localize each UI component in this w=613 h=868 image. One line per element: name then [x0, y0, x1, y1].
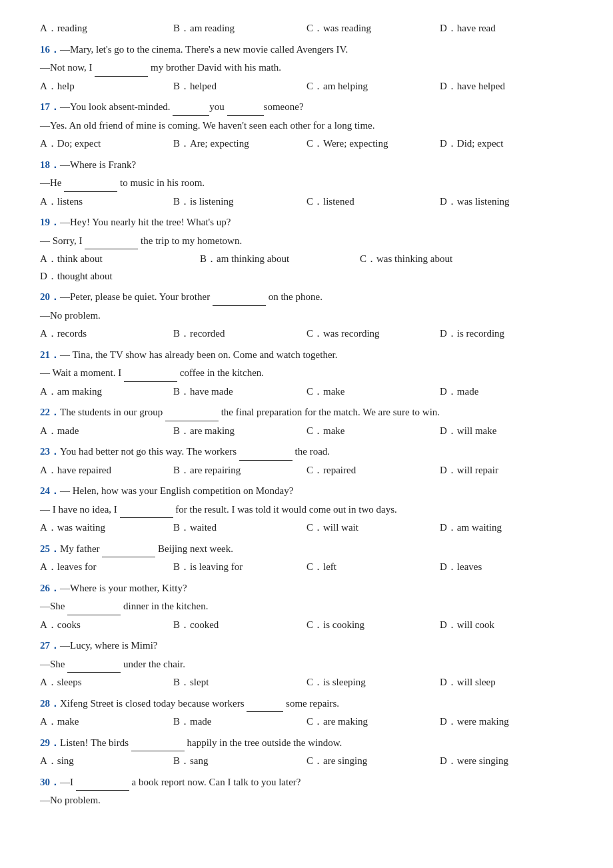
question-30: 30．—I a book report now. Can I talk to y…: [40, 774, 573, 809]
q21-opt-d: D．made: [440, 383, 566, 401]
q30-line2: —No problem.: [40, 792, 573, 809]
question-23: 23．You had better not go this way. The w…: [40, 443, 573, 479]
q30-line1: 30．—I a book report now. Can I talk to y…: [40, 774, 573, 791]
question-18: 18．—Where is Frank? —He to music in his …: [40, 157, 573, 211]
q23-line1: 23．You had better not go this way. The w…: [40, 443, 573, 461]
q17-opt-d: D．Did; expect: [440, 135, 566, 153]
q23-opt-b: B．are repairing: [173, 462, 300, 479]
q24-blank: [120, 507, 173, 518]
q20-options: A．records B．recorded C．was recording D．i…: [40, 325, 573, 343]
question-19: 19．—Hey! You nearly hit the tree! What's…: [40, 214, 573, 285]
q21-options: A．am making B．have made C．make D．made: [40, 383, 573, 401]
q19-blank: [85, 239, 138, 249]
q22-line1: 22．The students in our group the final p…: [40, 404, 573, 421]
q21-opt-a: A．am making: [40, 383, 167, 401]
q27-number: 27．: [40, 640, 60, 651]
question-22: 22．The students in our group the final p…: [40, 404, 573, 439]
question-16: 16．—Mary, let's go to the cinema. There'…: [40, 41, 573, 95]
q17-opt-a: A．Do; expect: [40, 135, 167, 153]
q27-line1: 27．—Lucy, where is Mimi?: [40, 637, 573, 655]
options-row: A．reading B．am reading C．was reading D．h…: [40, 20, 573, 37]
q23-opt-d: D．will repair: [440, 462, 566, 479]
q28-number: 28．: [40, 698, 60, 709]
q27-opt-a: A．sleeps: [40, 674, 167, 691]
q18-options: A．listens B．is listening C．listened D．wa…: [40, 193, 573, 211]
option-c: C．was reading: [306, 20, 433, 37]
q16-blank: [95, 66, 148, 77]
question-26: 26．—Where is your mother, Kitty? —She di…: [40, 580, 573, 634]
q19-opt-d: D．thought about: [40, 268, 193, 285]
q30-number: 30．: [40, 777, 60, 787]
q27-opt-c: C．is sleeping: [306, 674, 433, 691]
q25-opt-b: B．is leaving for: [173, 559, 300, 576]
q20-opt-d: D．is recording: [440, 325, 566, 343]
q27-line2: —She under the chair.: [40, 656, 573, 673]
q29-opt-a: A．sing: [40, 753, 167, 770]
q24-opt-a: A．was waiting: [40, 519, 167, 537]
q28-opt-b: B．made: [173, 713, 300, 731]
q21-opt-b: B．have made: [173, 383, 300, 401]
q25-opt-c: C．left: [306, 559, 433, 576]
question-17: 17．—You look absent-minded. you someone?…: [40, 99, 573, 153]
q25-blank: [102, 547, 155, 557]
q19-line2: — Sorry, I the trip to my hometown.: [40, 233, 573, 250]
q17-opt-c: C．Were; expecting: [306, 135, 433, 153]
q18-opt-c: C．listened: [306, 193, 433, 211]
q23-opt-a: A．have repaired: [40, 462, 167, 479]
q28-options: A．make B．made C．are making D．were making: [40, 713, 573, 731]
question-27: 27．—Lucy, where is Mimi? —She under the …: [40, 637, 573, 691]
q24-options: A．was waiting B．waited C．will wait D．am …: [40, 519, 573, 537]
question-29: 29．Listen! The birds happily in the tree…: [40, 735, 573, 770]
q28-opt-a: A．make: [40, 713, 167, 731]
q27-opt-d: D．will sleep: [440, 674, 566, 691]
q20-number: 20．: [40, 291, 60, 302]
q24-opt-b: B．waited: [173, 519, 300, 537]
q25-number: 25．: [40, 543, 60, 554]
q25-options: A．leaves for B．is leaving for C．left D．l…: [40, 559, 573, 576]
q20-opt-c: C．was recording: [306, 325, 433, 343]
q24-number: 24．: [40, 485, 60, 496]
q17-opt-b: B．Are; expecting: [173, 135, 300, 153]
question-24: 24．— Helen, how was your English competi…: [40, 483, 573, 537]
q25-opt-a: A．leaves for: [40, 559, 167, 576]
q19-opt-c: C．was thinking about: [360, 251, 513, 268]
q16-number: 16．: [40, 44, 60, 55]
q27-options: A．sleeps B．slept C．is sleeping D．will sl…: [40, 674, 573, 691]
option-b: B．am reading: [173, 20, 300, 37]
content-area: A．reading B．am reading C．was reading D．h…: [40, 20, 573, 809]
q19-options: A．think about B．am thinking about C．was …: [40, 251, 573, 285]
q29-options: A．sing B．sang C．are singing D．were singi…: [40, 753, 573, 770]
q27-blank: [67, 662, 121, 673]
q21-opt-c: C．make: [306, 383, 433, 401]
q20-opt-b: B．recorded: [173, 325, 300, 343]
q22-options: A．made B．are making C．make D．will make: [40, 423, 573, 440]
option-d: D．have read: [440, 20, 566, 37]
q17-blank2: [227, 105, 264, 116]
q20-line2: —No problem.: [40, 307, 573, 325]
q18-opt-a: A．listens: [40, 193, 167, 211]
q25-opt-d: D．leaves: [440, 559, 566, 576]
q16-line1: 16．—Mary, let's go to the cinema. There'…: [40, 41, 573, 59]
q21-line1: 21．— Tina, the TV show has already been …: [40, 347, 573, 364]
q26-line1: 26．—Where is your mother, Kitty?: [40, 580, 573, 597]
q23-opt-c: C．repaired: [306, 462, 433, 479]
q24-opt-d: D．am waiting: [440, 519, 566, 537]
q20-opt-a: A．records: [40, 325, 167, 343]
question-20: 20．—Peter, please be quiet. Your brother…: [40, 289, 573, 343]
option-a: A．reading: [40, 20, 167, 37]
q19-opt-a: A．think about: [40, 251, 193, 268]
q18-opt-b: B．is listening: [173, 193, 300, 211]
q26-number: 26．: [40, 583, 60, 593]
q22-opt-d: D．will make: [440, 423, 566, 440]
q26-opt-d: D．will cook: [440, 617, 566, 634]
q16-opt-c: C．am helping: [306, 78, 433, 95]
q22-opt-a: A．made: [40, 423, 167, 440]
q23-blank: [239, 450, 293, 461]
q16-opt-a: A．help: [40, 78, 167, 95]
q22-opt-b: B．are making: [173, 423, 300, 440]
q25-line1: 25．My father Beijing next week.: [40, 541, 573, 558]
q17-line2: —Yes. An old friend of mine is coming. W…: [40, 117, 573, 135]
q17-options: A．Do; expect B．Are; expecting C．Were; ex…: [40, 135, 573, 153]
q19-opt-b: B．am thinking about: [200, 251, 353, 268]
q21-line2: — Wait a moment. I coffee in the kitchen…: [40, 365, 573, 382]
